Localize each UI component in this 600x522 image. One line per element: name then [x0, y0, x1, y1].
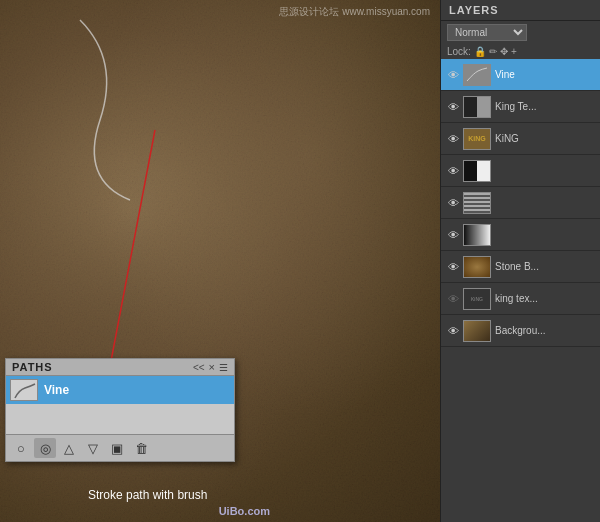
- stroke-path-button[interactable]: ◎: [34, 438, 56, 458]
- layers-lock-row: Lock: 🔒 ✏ ✥ +: [441, 44, 600, 59]
- canvas-area: KING 思源设计论坛 www.missyuan.com: [0, 0, 440, 522]
- layer-eye-king[interactable]: 👁: [445, 131, 461, 147]
- fill-path-button[interactable]: ○: [10, 438, 32, 458]
- canvas-image: KING 思源设计论坛 www.missyuan.com: [0, 0, 440, 522]
- layer-item-king-texture[interactable]: 👁 King Te...: [441, 91, 600, 123]
- lock-label: Lock:: [447, 46, 471, 57]
- layers-list: 👁 Vine 👁 King Te... 👁 KiNG KiN: [441, 59, 600, 522]
- layer-name-background: Backgrou...: [495, 325, 546, 336]
- layer-thumb-vine: [463, 64, 491, 86]
- layer-eye-king-texture[interactable]: 👁: [445, 99, 461, 115]
- layer-item-king-text[interactable]: 👁 KiNG king tex...: [441, 283, 600, 315]
- layer-thumb-king: KiNG: [463, 128, 491, 150]
- blend-mode-select[interactable]: Normal Multiply Screen: [447, 24, 527, 41]
- paths-panel: PATHS << × ☰ Vine: [5, 358, 235, 462]
- paths-panel-header: PATHS << × ☰: [6, 359, 234, 376]
- layers-panel-title: LAYERS: [441, 0, 600, 21]
- lock-pixels-icon[interactable]: ✏: [489, 46, 497, 57]
- lock-transparency-icon[interactable]: 🔒: [474, 46, 486, 57]
- layer-name-stone: Stone B...: [495, 261, 539, 272]
- vine-path-name: Vine: [44, 383, 69, 397]
- layer-item-gradient[interactable]: 👁: [441, 219, 600, 251]
- paths-panel-title: PATHS: [12, 361, 53, 373]
- layer-eye-vine[interactable]: 👁: [445, 67, 461, 83]
- layer-thumb-stone: [463, 256, 491, 278]
- layer-name-vine: Vine: [495, 69, 515, 80]
- layer-thumb-gradient: [463, 224, 491, 246]
- layer-item-stone[interactable]: 👁 Stone B...: [441, 251, 600, 283]
- main-container: KING 思源设计论坛 www.missyuan.com: [0, 0, 600, 522]
- lock-position-icon[interactable]: ✥: [500, 46, 508, 57]
- layer-item-lines[interactable]: 👁: [441, 187, 600, 219]
- collapse-arrows[interactable]: <<: [193, 362, 205, 373]
- layer-thumb-lines: [463, 192, 491, 214]
- layer-eye-bw[interactable]: 👁: [445, 163, 461, 179]
- layer-name-king-texture: King Te...: [495, 101, 537, 112]
- uibo-watermark: UiBo.com: [219, 505, 270, 517]
- layer-thumb-king-text: KiNG: [463, 288, 491, 310]
- lock-all-icon[interactable]: +: [511, 46, 517, 57]
- make-work-path-button[interactable]: ▽: [82, 438, 104, 458]
- layer-eye-background[interactable]: 👁: [445, 323, 461, 339]
- layer-thumb-bw: [463, 160, 491, 182]
- layer-item-bw[interactable]: 👁: [441, 155, 600, 187]
- layer-name-king-text: king tex...: [495, 293, 538, 304]
- layer-thumb-background: [463, 320, 491, 342]
- layers-panel: LAYERS Normal Multiply Screen Lock: 🔒 ✏ …: [440, 0, 600, 522]
- layer-name-king: KiNG: [495, 133, 519, 144]
- delete-path-button[interactable]: 🗑: [130, 438, 152, 458]
- vine-path-thumbnail: [10, 379, 38, 401]
- top-watermark: 思源设计论坛 www.missyuan.com: [279, 5, 430, 19]
- add-mask-button[interactable]: ▣: [106, 438, 128, 458]
- layer-item-background[interactable]: 👁 Backgrou...: [441, 315, 600, 347]
- layer-thumb-king-texture: [463, 96, 491, 118]
- layer-item-king[interactable]: 👁 KiNG KiNG: [441, 123, 600, 155]
- vine-path-layer[interactable]: Vine: [6, 376, 234, 404]
- layer-item-vine[interactable]: 👁 Vine: [441, 59, 600, 91]
- layer-eye-gradient[interactable]: 👁: [445, 227, 461, 243]
- paths-body: [6, 404, 234, 434]
- layer-eye-lines[interactable]: 👁: [445, 195, 461, 211]
- close-paths-button[interactable]: ×: [209, 361, 215, 373]
- paths-header-controls: << × ☰: [193, 361, 228, 373]
- layers-mode-row: Normal Multiply Screen: [441, 21, 600, 44]
- paths-toolbar: ○ ◎ △ ▽ ▣ 🗑: [6, 434, 234, 461]
- layer-eye-stone[interactable]: 👁: [445, 259, 461, 275]
- load-selection-button[interactable]: △: [58, 438, 80, 458]
- layer-eye-king-text[interactable]: 👁: [445, 291, 461, 307]
- paths-menu-icon[interactable]: ☰: [219, 362, 228, 373]
